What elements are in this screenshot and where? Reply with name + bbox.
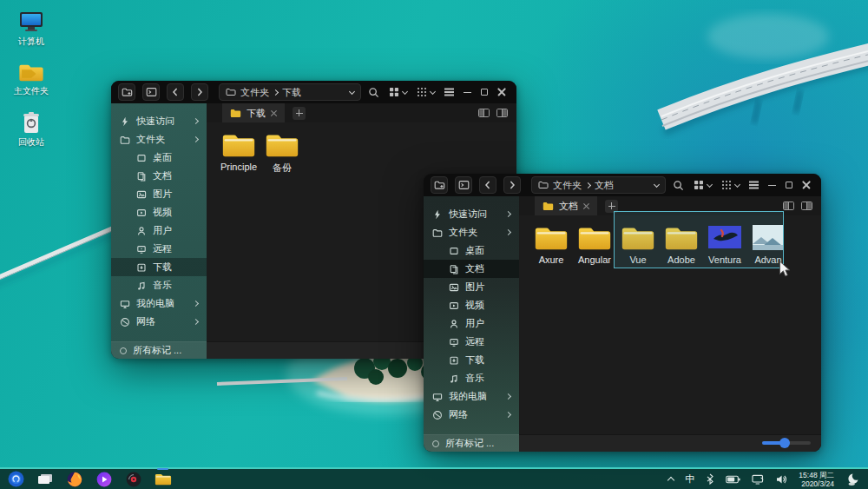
open-terminal-button[interactable] bbox=[455, 176, 472, 194]
chevron-right-icon[interactable] bbox=[193, 136, 199, 142]
browser-button[interactable] bbox=[66, 471, 83, 488]
file-manager-button[interactable] bbox=[155, 471, 172, 488]
sidebar-item-my-computer[interactable]: 我的电脑 bbox=[424, 387, 519, 406]
back-button[interactable] bbox=[479, 176, 496, 194]
sidebar-item-videos[interactable]: 视频 bbox=[424, 296, 519, 314]
maximize-button[interactable] bbox=[786, 182, 792, 188]
sidebar-item-folders[interactable]: 文件夹 bbox=[424, 223, 519, 241]
sidebar-item-downloads[interactable]: 下载 bbox=[424, 351, 519, 369]
file-item-backup[interactable]: 备份 bbox=[262, 131, 302, 175]
night-mode-button[interactable] bbox=[845, 472, 861, 486]
music-button[interactable] bbox=[125, 471, 142, 488]
icon-size-slider[interactable] bbox=[762, 441, 811, 445]
show-desktop-button[interactable] bbox=[36, 471, 54, 488]
sidebar-item-music[interactable]: 音乐 bbox=[111, 276, 207, 294]
chevron-right-icon[interactable] bbox=[193, 319, 199, 325]
sidebar-item-users[interactable]: 用户 bbox=[111, 221, 207, 240]
tab-downloads[interactable]: 下载 bbox=[222, 103, 285, 122]
sidebar-item-users[interactable]: 用户 bbox=[424, 314, 519, 333]
sidebar-item-quick-access[interactable]: 快速访问 bbox=[111, 112, 207, 130]
menu-button[interactable] bbox=[444, 91, 454, 93]
tray-expand-button[interactable] bbox=[668, 475, 674, 483]
sidebar-item-desktop[interactable]: 桌面 bbox=[111, 149, 207, 167]
breadcrumb-root[interactable]: 文件夹 bbox=[240, 86, 269, 99]
file-grid[interactable]: Axure Angular Vue Adobe bbox=[519, 215, 821, 434]
titlebar[interactable]: 文件夹 文档 bbox=[424, 174, 821, 196]
open-terminal-button[interactable] bbox=[142, 83, 160, 101]
sidebar-item-documents[interactable]: 文档 bbox=[111, 167, 207, 185]
maximize-button[interactable] bbox=[481, 89, 488, 96]
minimize-button[interactable] bbox=[768, 185, 776, 186]
all-tags-bar[interactable]: 所有标记 ... bbox=[424, 434, 519, 452]
icon-view-button[interactable] bbox=[694, 180, 712, 190]
file-item-principle[interactable]: Principle bbox=[219, 131, 259, 172]
media-player-button[interactable] bbox=[95, 471, 113, 488]
screen-cast-button[interactable] bbox=[752, 474, 765, 485]
chevron-right-icon[interactable] bbox=[505, 229, 511, 235]
menu-button[interactable] bbox=[749, 184, 759, 186]
sidebar-item-remote[interactable]: 远程 bbox=[111, 240, 207, 258]
sidebar-item-remote[interactable]: 远程 bbox=[424, 333, 519, 351]
sidebar-item-folders[interactable]: 文件夹 bbox=[111, 130, 207, 149]
breadcrumb-current[interactable]: 文档 bbox=[595, 179, 614, 192]
list-view-button[interactable] bbox=[721, 180, 740, 190]
forward-button[interactable] bbox=[503, 176, 521, 194]
file-item-adobe[interactable]: Adobe bbox=[661, 224, 701, 265]
close-button[interactable] bbox=[802, 181, 811, 189]
search-button[interactable] bbox=[368, 87, 379, 98]
all-tags-bar[interactable]: 所有标记 ... bbox=[111, 341, 207, 359]
slider-knob[interactable] bbox=[779, 438, 790, 448]
chevron-right-icon[interactable] bbox=[505, 393, 511, 400]
file-item-ventura[interactable]: Ventura bbox=[705, 224, 745, 265]
address-breadcrumb[interactable]: 文件夹 文档 bbox=[531, 176, 666, 194]
sidebar-item-network[interactable]: 网络 bbox=[424, 406, 519, 424]
chevron-right-icon[interactable] bbox=[193, 118, 199, 124]
breadcrumb-root[interactable]: 文件夹 bbox=[553, 179, 582, 192]
split-right-icon[interactable] bbox=[801, 202, 812, 210]
chevron-right-icon[interactable] bbox=[505, 412, 511, 418]
desktop-icon-computer[interactable]: 计算机 bbox=[7, 10, 56, 48]
split-left-icon[interactable] bbox=[783, 202, 794, 210]
list-view-button[interactable] bbox=[417, 87, 435, 97]
close-button[interactable] bbox=[497, 88, 506, 96]
launcher-button[interactable] bbox=[7, 471, 24, 488]
split-left-icon[interactable] bbox=[478, 109, 490, 117]
forward-button[interactable] bbox=[191, 83, 208, 101]
address-breadcrumb[interactable]: 文件夹 下载 bbox=[219, 83, 361, 101]
tab-close-icon[interactable] bbox=[583, 203, 589, 209]
sidebar-item-pictures[interactable]: 图片 bbox=[111, 185, 207, 203]
desktop-icon-home-folder[interactable]: 主文件夹 bbox=[7, 62, 56, 97]
sidebar-item-music[interactable]: 音乐 bbox=[424, 369, 519, 387]
sidebar-item-quick-access[interactable]: 快速访问 bbox=[424, 205, 519, 223]
input-method-indicator[interactable]: 中 bbox=[685, 472, 694, 486]
desktop-icon-trash[interactable]: 回收站 bbox=[7, 111, 56, 149]
chevron-down-icon[interactable] bbox=[654, 181, 660, 187]
tab-documents[interactable]: 文档 bbox=[535, 196, 597, 215]
sidebar-item-desktop[interactable]: 桌面 bbox=[424, 241, 519, 260]
file-item-axure[interactable]: Axure bbox=[531, 224, 571, 265]
bluetooth-button[interactable] bbox=[706, 473, 714, 485]
battery-button[interactable] bbox=[726, 475, 740, 484]
breadcrumb-current[interactable]: 下载 bbox=[282, 86, 301, 99]
file-item-angular[interactable]: Angular bbox=[575, 224, 615, 265]
split-right-icon[interactable] bbox=[496, 109, 508, 117]
back-button[interactable] bbox=[167, 83, 184, 101]
volume-button[interactable] bbox=[776, 474, 787, 485]
sidebar-item-my-computer[interactable]: 我的电脑 bbox=[111, 294, 207, 313]
titlebar[interactable]: 文件夹 下载 bbox=[111, 81, 516, 103]
sidebar-item-pictures[interactable]: 图片 bbox=[424, 278, 519, 296]
new-window-button[interactable] bbox=[431, 176, 448, 194]
chevron-down-icon[interactable] bbox=[349, 88, 355, 94]
new-window-button[interactable] bbox=[118, 83, 135, 101]
sidebar-item-videos[interactable]: 视频 bbox=[111, 203, 207, 221]
file-item-advan[interactable]: Advan bbox=[748, 224, 788, 265]
minimize-button[interactable] bbox=[464, 92, 471, 93]
clock[interactable]: 15:48 周二 2020/3/24 bbox=[799, 471, 834, 488]
chevron-right-icon[interactable] bbox=[193, 301, 199, 307]
file-item-vue[interactable]: Vue bbox=[618, 224, 658, 265]
chevron-right-icon[interactable] bbox=[505, 211, 511, 217]
icon-view-button[interactable] bbox=[389, 87, 407, 97]
sidebar-item-network[interactable]: 网络 bbox=[111, 313, 207, 331]
new-tab-button[interactable] bbox=[293, 107, 306, 120]
new-tab-button[interactable] bbox=[605, 200, 618, 213]
